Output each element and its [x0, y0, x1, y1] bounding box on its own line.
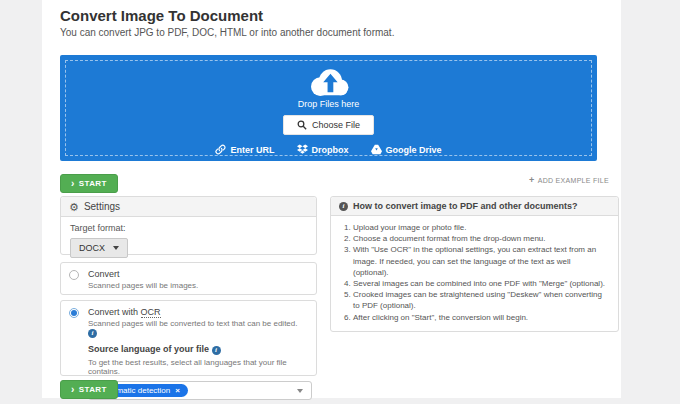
convert-ocr-label-prefix: Convert with — [88, 307, 141, 317]
start-button-bottom[interactable]: › START — [60, 380, 118, 399]
choose-file-button[interactable]: Choose File — [283, 115, 374, 135]
start-button-top[interactable]: › START — [60, 174, 118, 193]
enter-url-label: Enter URL — [230, 145, 274, 155]
page-title: Convert Image To Document — [60, 7, 263, 24]
source-language-section: Source language of your file i To get th… — [88, 344, 308, 400]
target-format-select[interactable]: DOCX — [70, 238, 128, 258]
dropbox-icon — [297, 144, 308, 155]
add-example-file-link[interactable]: + ADD EXAMPLE FILE — [529, 177, 609, 184]
convert-ocr-label: Convert with OCR — [88, 307, 308, 317]
chevron-right-icon: › — [71, 387, 75, 393]
settings-body: Target format: DOCX — [61, 217, 316, 264]
drop-files-label: Drop Files here — [298, 99, 360, 109]
ocr-term: OCR — [141, 307, 161, 318]
remove-tag-icon[interactable]: × — [175, 386, 180, 395]
search-icon — [297, 120, 307, 130]
convert-radio[interactable] — [69, 270, 79, 280]
howto-header: i How to convert image to PDF and other … — [331, 197, 618, 216]
main-content: Convert Image To Document You can conver… — [42, 0, 621, 398]
start-label: START — [79, 179, 107, 188]
target-format-label: Target format: — [70, 223, 307, 233]
plus-icon: + — [529, 177, 535, 184]
upload-source-links: Enter URL Dropbox Google Drive — [215, 144, 441, 155]
source-language-hint: To get the best results, select all lang… — [88, 358, 308, 376]
convert-option-panel[interactable]: Convert Scanned pages will be images. — [60, 262, 317, 295]
gear-icon: ⚙ — [69, 202, 79, 212]
howto-body: Upload your image or photo file. Choose … — [331, 216, 618, 331]
convert-option-description: Scanned pages will be images. — [88, 281, 198, 290]
convert-ocr-description: Scanned pages will be converted to text … — [88, 319, 308, 338]
chevron-down-icon — [297, 389, 303, 393]
settings-header-label: Settings — [84, 201, 120, 212]
google-drive-label: Google Drive — [386, 145, 442, 155]
info-icon[interactable]: i — [88, 329, 97, 338]
source-language-label: Source language of your file i — [88, 344, 308, 355]
howto-title: How to convert image to PDF and other do… — [353, 201, 578, 211]
info-icon: i — [339, 202, 348, 211]
cloud-upload-icon — [298, 65, 360, 101]
file-dropzone[interactable]: Drop Files here Choose File Enter — [60, 55, 597, 161]
convert-option-label: Convert — [88, 269, 198, 279]
settings-panel: ⚙ Settings Target format: DOCX — [60, 196, 317, 255]
dropbox-label: Dropbox — [312, 145, 349, 155]
convert-ocr-radio[interactable] — [69, 308, 79, 318]
dropzone-dashed-border: Drop Files here Choose File Enter — [65, 60, 592, 156]
google-drive-icon — [371, 144, 382, 155]
howto-panel: i How to convert image to PDF and other … — [330, 196, 619, 332]
language-select[interactable]: Automatic detection × — [88, 381, 312, 400]
chevron-down-icon — [113, 246, 119, 250]
info-icon[interactable]: i — [212, 346, 221, 355]
convert-ocr-description-text: Scanned pages will be converted to text … — [88, 319, 297, 328]
howto-step: Upload your image or photo file. — [353, 222, 608, 233]
google-drive-link[interactable]: Google Drive — [371, 144, 442, 155]
howto-step: Crooked images can be straightened using… — [353, 289, 608, 311]
target-format-value: DOCX — [79, 243, 105, 253]
dropbox-link[interactable]: Dropbox — [297, 144, 349, 155]
source-language-label-text: Source language of your file — [88, 344, 209, 354]
choose-file-label: Choose File — [312, 120, 360, 130]
add-example-label: ADD EXAMPLE FILE — [538, 177, 609, 184]
settings-header: ⚙ Settings — [61, 197, 316, 217]
howto-step: Choose a document format from the drop-d… — [353, 233, 608, 244]
chevron-right-icon: › — [71, 181, 75, 187]
howto-step: Several images can be combined into one … — [353, 278, 608, 289]
convert-ocr-text: Convert with OCR Scanned pages will be c… — [88, 307, 308, 338]
enter-url-link[interactable]: Enter URL — [215, 144, 274, 155]
page-subtitle: You can convert JPG to PDF, DOC, HTML or… — [60, 27, 394, 38]
start-label: START — [79, 385, 107, 394]
howto-step: With "Use OCR" in the optional settings,… — [353, 244, 608, 278]
howto-step: After clicking on "Start", the conversio… — [353, 312, 608, 323]
convert-option-text: Convert Scanned pages will be images. — [88, 269, 198, 290]
convert-ocr-panel[interactable]: Convert with OCR Scanned pages will be c… — [60, 300, 317, 376]
link-icon — [215, 144, 226, 155]
